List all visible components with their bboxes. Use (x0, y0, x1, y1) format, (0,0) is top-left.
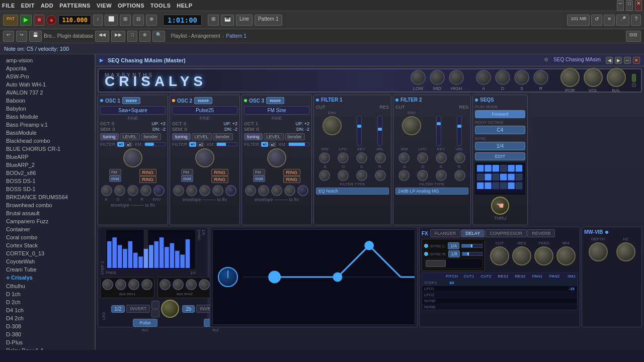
sidebar-item-bluearp-2[interactable]: BlueARP_2 (0, 161, 95, 169)
sidebar-item-brkdance-drums564[interactable]: BRKDANCE DRUMS564 (0, 193, 95, 201)
sidebar-item-boss-ds-1[interactable]: BOSS DS-1 (0, 177, 95, 185)
osc1-tab-tuning[interactable]: tuning (100, 133, 119, 140)
sidebar-item-baboon[interactable]: Baboon (0, 97, 95, 105)
osc2-a-knob[interactable] (173, 185, 184, 196)
filter2-vel-knob[interactable] (454, 152, 465, 163)
osc1-f1[interactable]: ●1 (117, 142, 124, 147)
filter1-key-knob[interactable] (356, 152, 367, 163)
lfo2-a-knob[interactable] (159, 279, 171, 290)
filter2-d-knob[interactable] (417, 170, 428, 181)
osc3-mod-btn[interactable]: mod (253, 175, 265, 182)
pattern-display[interactable]: Pattern 1 (255, 15, 282, 26)
sidebar-item-babylon[interactable]: Babylon (0, 105, 95, 113)
sync-r-bar[interactable] (462, 252, 482, 256)
por-knob[interactable] (560, 68, 580, 87)
sidebar-item-bass-module[interactable]: Bass Module (0, 113, 95, 121)
vol-knob[interactable] (584, 68, 603, 87)
sidebar-item-asw-pro[interactable]: ASW-Pro (0, 72, 95, 80)
fx-tab-delay[interactable]: DELAY (461, 229, 485, 237)
lfo1-square2[interactable] (151, 309, 159, 317)
lfo2-r-knob[interactable] (199, 279, 210, 290)
lfo2-d-knob[interactable] (173, 279, 184, 290)
sidebar-item-cthulhu[interactable]: Cthulhu (0, 282, 95, 290)
a-knob[interactable] (476, 70, 491, 85)
osc3-f2[interactable]: ●2 (269, 142, 276, 147)
sidebar-item-auto-wah-wh-1[interactable]: Auto Wah WH-1 (0, 80, 95, 88)
filter1-d-knob[interactable] (338, 170, 349, 181)
osc2-ring-btn[interactable]: RING (211, 169, 229, 176)
osc1-ring2-btn[interactable]: RING (139, 176, 157, 183)
osc3-main-knob-ctrl[interactable] (267, 148, 286, 167)
osc1-wave-btn[interactable]: wave (122, 97, 140, 104)
fx-mix-knob[interactable] (556, 246, 576, 265)
win-next-btn[interactable]: ▶ (615, 57, 622, 64)
win-min-btn[interactable]: ─ (624, 57, 631, 64)
sidebar-item-d4-2ch[interactable]: D4 2ch (0, 314, 95, 322)
sidebar-item-d-308[interactable]: D-308 (0, 322, 95, 330)
filter2-lfo-knob[interactable] (417, 152, 428, 163)
toolbar-r4[interactable]: ? (631, 15, 641, 26)
vib-hz-knob[interactable] (616, 242, 635, 261)
osc2-tab-tuning[interactable]: tuning (172, 133, 191, 140)
sidebar-item-blue-chorus-cr-1[interactable]: BLUE CHORUS CR-1 (0, 145, 95, 153)
sidebar-item-bodv2-x86[interactable]: BODv2_x86 (0, 169, 95, 177)
osc2-s-knob[interactable] (199, 185, 210, 196)
osc3-s-knob[interactable] (271, 185, 282, 196)
sidebar-item-d-plus[interactable]: D-Plus (0, 338, 95, 346)
osc3-d-knob[interactable] (258, 185, 269, 196)
osc2-mod-btn[interactable]: mod (181, 175, 193, 182)
mid-knob[interactable] (430, 70, 445, 85)
sidebar-item-d-1ch[interactable]: D 1ch (0, 290, 95, 298)
osc2-xm-bar[interactable] (216, 142, 237, 146)
filter1-res-slider[interactable] (377, 116, 382, 146)
osc1-env-knob[interactable] (153, 185, 165, 196)
s-knob[interactable] (514, 70, 529, 85)
menu-add[interactable]: ADD (41, 3, 53, 9)
settings-icon[interactable]: ⚙ (544, 57, 548, 64)
fx-tab-reverb[interactable]: REVERB (527, 229, 555, 237)
sidebar-item-brutal-assault[interactable]: Brutal assault (0, 209, 95, 217)
sidebar-item-apocrita[interactable]: Apocrita (0, 64, 95, 72)
save-btn[interactable]: 💾 (29, 31, 42, 42)
sidebar-item-cream-tube[interactable]: Cream Tube (0, 265, 95, 274)
osc2-tab-bender[interactable]: bender (213, 133, 233, 140)
osc1-main-knob-ctrl[interactable] (123, 148, 142, 167)
win-prev-btn[interactable]: ◀ (606, 57, 613, 64)
osc3-ring-btn[interactable]: RING (283, 169, 301, 176)
fx-feed-knob[interactable] (534, 246, 553, 265)
filter2-mw-knob[interactable] (398, 152, 410, 163)
lfo2-s-knob[interactable] (186, 279, 197, 290)
osc3-fm-btn[interactable]: FM (253, 169, 265, 175)
osc3-f1[interactable]: ●1 (261, 142, 268, 147)
collapse-btn[interactable]: ⊟⊟ (626, 31, 641, 42)
fx-cut-knob[interactable] (490, 246, 509, 265)
play-btn[interactable]: ▶ (20, 15, 32, 26)
osc3-tab-level[interactable]: LEVEL (264, 133, 284, 140)
filter1-env-knob[interactable] (323, 116, 342, 135)
menu-edit[interactable]: EDIT (21, 3, 35, 9)
lfo1-r-knob[interactable] (141, 279, 152, 290)
lfo1-frac[interactable]: 1/2 (111, 305, 125, 313)
r-knob[interactable] (533, 70, 548, 85)
osc1-mod-btn[interactable]: mod (109, 175, 121, 182)
filter2-res-slider[interactable] (457, 116, 462, 146)
sidebar-item-container[interactable]: Container (0, 225, 95, 233)
osc2-f1[interactable]: ●1 (189, 142, 196, 147)
sidebar-item-bluearp[interactable]: BlueARP (0, 153, 95, 161)
line-mode[interactable]: Line (236, 15, 253, 26)
filter2-a-knob[interactable] (398, 170, 410, 181)
menu-file[interactable]: FILE (2, 3, 15, 9)
osc1-wave-name[interactable]: Saw+Square (100, 106, 166, 115)
close-btn[interactable]: ✕ (635, 0, 642, 11)
sidebar-item-cortex-0-13[interactable]: CORTEX_0_13 (0, 249, 95, 257)
toolbar-icon1[interactable]: ↕ (93, 15, 103, 26)
sidebar-item-d-380[interactable]: D-380 (0, 330, 95, 338)
filter1-r-knob[interactable] (375, 170, 386, 181)
osc2-ring2-btn[interactable]: RING (211, 176, 229, 183)
toolbar-icon2[interactable]: ⬜ (105, 15, 118, 26)
lfo1-pulse-btn[interactable]: Pulse (133, 319, 157, 327)
lfo1-quantize-knob[interactable] (161, 300, 179, 318)
filter1-vel-knob[interactable] (375, 152, 386, 163)
seqs-root-field[interactable]: C4 (475, 126, 525, 134)
osc2-d-knob[interactable] (186, 185, 197, 196)
